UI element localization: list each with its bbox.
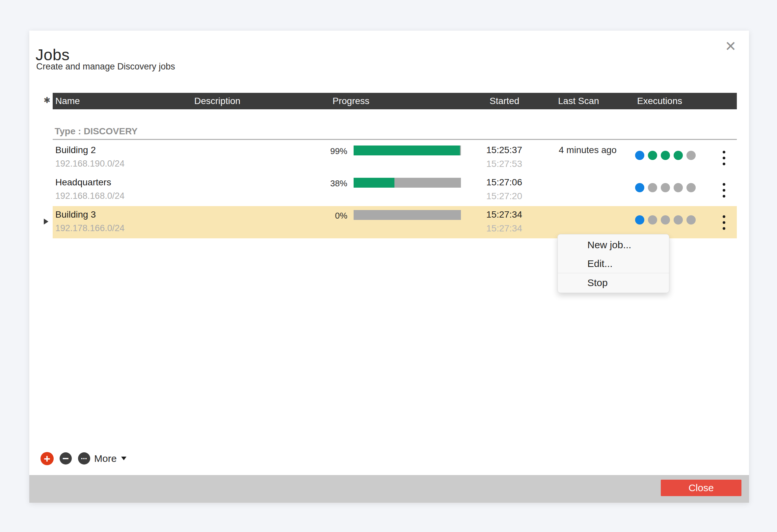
group-label: Type : DISCOVERY bbox=[54, 126, 138, 137]
job-name: Headquarters bbox=[55, 177, 111, 188]
last-scan: 4 minutes ago bbox=[559, 145, 617, 155]
column-header-progress[interactable]: Progress bbox=[333, 93, 369, 109]
menu-item-stop[interactable]: Stop bbox=[558, 273, 669, 292]
execution-dot-gray bbox=[661, 183, 670, 192]
column-settings-icon[interactable]: ✱ bbox=[42, 96, 52, 105]
kebab-dot bbox=[723, 215, 725, 218]
execution-dots bbox=[635, 151, 696, 160]
selected-row-marker-icon bbox=[44, 219, 48, 224]
execution-dot-gray bbox=[686, 215, 696, 224]
started-time: 15:25:37 bbox=[486, 145, 522, 155]
progress-percent: 99% bbox=[303, 146, 347, 156]
execution-dot-blue bbox=[635, 183, 644, 192]
table-rows: Building 2192.168.190.0/2499%15:25:3715:… bbox=[53, 141, 737, 238]
progress-bar bbox=[354, 145, 461, 155]
more-actions-button[interactable]: ••• bbox=[78, 452, 90, 464]
table-row[interactable]: Building 2192.168.190.0/2499%15:25:3715:… bbox=[53, 141, 737, 174]
progress-bar-fill bbox=[354, 145, 460, 155]
progress-percent: 0% bbox=[303, 211, 347, 221]
row-menu-kebab-icon[interactable] bbox=[720, 149, 728, 167]
row-menu-kebab-icon[interactable] bbox=[720, 181, 728, 200]
job-name: Building 3 bbox=[55, 209, 96, 220]
execution-dot-gray bbox=[648, 215, 657, 224]
column-header-started[interactable]: Started bbox=[489, 93, 519, 109]
column-header-name[interactable]: Name bbox=[55, 93, 80, 109]
progress-bar-fill bbox=[354, 178, 395, 188]
jobs-dialog: Jobs Create and manage Discovery jobs ✕ … bbox=[29, 31, 749, 503]
context-menu: New job...Edit...Stop bbox=[557, 234, 669, 293]
execution-dots bbox=[635, 215, 696, 224]
started-time-secondary: 15:27:34 bbox=[486, 223, 522, 234]
minus-icon: − bbox=[63, 453, 69, 464]
remove-job-button[interactable]: − bbox=[60, 452, 72, 464]
progress-bar bbox=[354, 210, 461, 220]
kebab-dot bbox=[723, 183, 725, 186]
kebab-dot bbox=[723, 151, 725, 153]
execution-dot-green bbox=[674, 151, 683, 160]
execution-dot-gray bbox=[661, 215, 670, 224]
table-row[interactable]: Headquarters192.168.168.0/2438%15:27:061… bbox=[53, 174, 737, 206]
page-subtitle: Create and manage Discovery jobs bbox=[36, 62, 175, 72]
table-row[interactable]: Building 3192.178.166.0/240%15:27:3415:2… bbox=[53, 206, 737, 238]
execution-dot-gray bbox=[686, 183, 696, 192]
ellipsis-icon: ••• bbox=[81, 456, 87, 461]
row-menu-kebab-icon[interactable] bbox=[720, 213, 728, 232]
started-time-secondary: 15:27:20 bbox=[486, 191, 522, 202]
execution-dot-blue bbox=[635, 151, 644, 160]
more-dropdown-label[interactable]: More bbox=[94, 453, 117, 464]
close-button[interactable]: Close bbox=[661, 480, 742, 496]
execution-dot-green bbox=[661, 151, 670, 160]
started-time-secondary: 15:27:53 bbox=[486, 159, 522, 169]
execution-dot-green bbox=[648, 151, 657, 160]
execution-dot-gray bbox=[674, 183, 683, 192]
kebab-dot bbox=[723, 221, 725, 224]
group-divider bbox=[53, 139, 737, 140]
menu-item-new-job[interactable]: New job... bbox=[558, 235, 669, 254]
chevron-down-icon[interactable] bbox=[121, 457, 126, 460]
job-name: Building 2 bbox=[55, 145, 96, 155]
started-time: 15:27:06 bbox=[486, 177, 522, 188]
execution-dots bbox=[635, 183, 696, 192]
execution-dot-gray bbox=[686, 151, 696, 160]
progress-percent: 38% bbox=[303, 179, 347, 189]
kebab-dot bbox=[723, 227, 725, 230]
column-header-description[interactable]: Description bbox=[194, 93, 240, 109]
job-subnet: 192.178.166.0/24 bbox=[55, 223, 124, 233]
kebab-dot bbox=[723, 189, 725, 192]
plus-icon: + bbox=[44, 453, 50, 464]
close-icon[interactable]: ✕ bbox=[723, 39, 738, 54]
menu-item-edit[interactable]: Edit... bbox=[558, 254, 669, 273]
job-subnet: 192.168.168.0/24 bbox=[55, 191, 124, 201]
kebab-dot bbox=[723, 195, 725, 198]
kebab-dot bbox=[723, 157, 725, 159]
execution-dot-gray bbox=[674, 215, 683, 224]
table-header-row: NameDescriptionProgressStartedLast ScanE… bbox=[53, 93, 737, 109]
started-time: 15:27:34 bbox=[486, 209, 522, 220]
execution-dot-blue bbox=[635, 215, 644, 224]
column-header-last-scan[interactable]: Last Scan bbox=[558, 93, 599, 109]
kebab-dot bbox=[723, 163, 725, 165]
column-header-executions[interactable]: Executions bbox=[637, 93, 682, 109]
execution-dot-gray bbox=[648, 183, 657, 192]
job-subnet: 192.168.190.0/24 bbox=[55, 159, 124, 169]
page-background: { "dialog": { "title": "Jobs", "subtitle… bbox=[0, 0, 777, 532]
progress-bar bbox=[354, 178, 461, 188]
add-job-button[interactable]: + bbox=[40, 452, 54, 465]
dialog-footer-bar: Close bbox=[29, 475, 749, 503]
page-title: Jobs bbox=[35, 46, 70, 64]
